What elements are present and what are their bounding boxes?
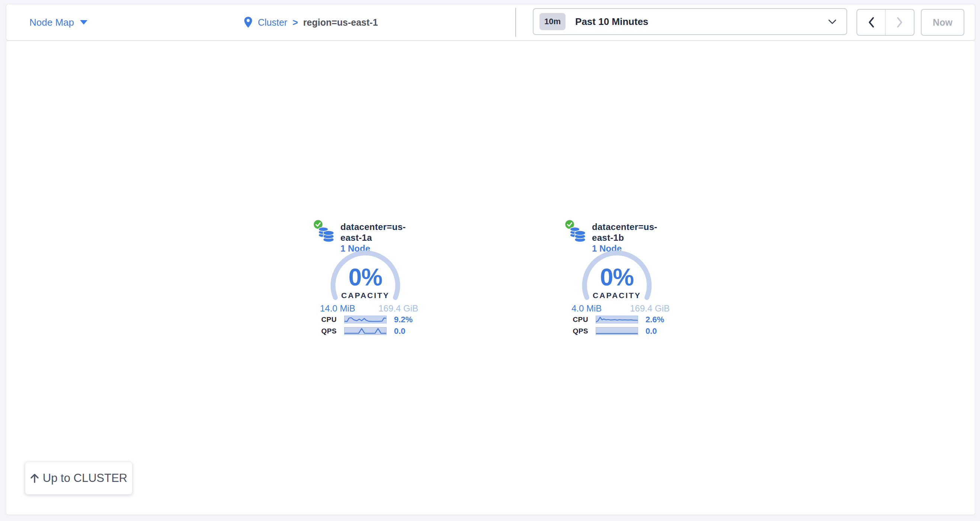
- database-stack-icon: [569, 226, 586, 244]
- datacenter-card-us-east-1b[interactable]: datacenter=us-east-1b 1 Node 0% CAPACITY…: [565, 218, 673, 346]
- time-range-badge: 10m: [539, 13, 566, 30]
- arrow-up-icon: [30, 473, 39, 483]
- qps-label: QPS: [313, 327, 337, 335]
- capacity-values: 14.0 MiB 169.4 GiB: [320, 303, 418, 314]
- time-step-back-button[interactable]: [857, 10, 886, 35]
- qps-label: QPS: [565, 327, 588, 335]
- qps-value: 0.0: [394, 327, 406, 336]
- cpu-sparkline: [596, 315, 638, 323]
- view-selector-dropdown[interactable]: Node Map: [29, 5, 88, 40]
- breadcrumb: Cluster > region=us-east-1: [244, 5, 378, 40]
- database-stack-icon: [318, 226, 335, 244]
- time-step-controls: [856, 9, 915, 36]
- cpu-label: CPU: [565, 315, 588, 324]
- qps-metric-row: QPS 0.0: [313, 327, 421, 335]
- capacity-used: 4.0 MiB: [571, 303, 601, 314]
- datacenter-title: datacenter=us-east-1b: [592, 221, 673, 243]
- cpu-sparkline: [344, 315, 387, 323]
- qps-sparkline: [344, 327, 387, 335]
- datacenter-card-us-east-1a[interactable]: datacenter=us-east-1a 1 Node 0% CAPACITY…: [313, 218, 421, 346]
- cpu-metric-row: CPU 9.2%: [313, 315, 421, 323]
- time-range-dropdown[interactable]: 10m Past 10 Minutes: [533, 8, 847, 35]
- breadcrumb-separator: >: [293, 17, 298, 28]
- capacity-label: CAPACITY: [580, 291, 654, 300]
- cpu-label: CPU: [313, 315, 337, 324]
- capacity-total: 169.4 GiB: [379, 303, 418, 314]
- capacity-label: CAPACITY: [328, 291, 402, 300]
- location-pin-icon: [244, 16, 253, 28]
- capacity-gauge: 0% CAPACITY: [580, 250, 654, 306]
- chevron-right-icon: [896, 17, 903, 28]
- datacenter-header: datacenter=us-east-1a 1 Node: [340, 221, 421, 254]
- qps-value: 0.0: [646, 327, 657, 336]
- time-range-label: Past 10 Minutes: [575, 16, 649, 27]
- now-button[interactable]: Now: [921, 9, 964, 36]
- capacity-values: 4.0 MiB 169.4 GiB: [571, 303, 670, 314]
- node-map-canvas: datacenter=us-east-1a 1 Node 0% CAPACITY…: [6, 41, 975, 515]
- chevron-left-icon: [868, 17, 875, 28]
- cpu-value: 9.2%: [394, 315, 413, 325]
- cpu-value: 2.6%: [646, 315, 664, 325]
- cpu-metric-row: CPU 2.6%: [565, 315, 673, 323]
- capacity-percent: 0%: [328, 263, 402, 291]
- up-to-cluster-label: Up to CLUSTER: [43, 472, 127, 485]
- node-map-page: Node Map Cluster > region=us-east-1 10m …: [0, 0, 980, 521]
- breadcrumb-cluster-link[interactable]: Cluster: [258, 17, 287, 28]
- time-step-forward-button[interactable]: [886, 10, 914, 35]
- caret-down-icon: [80, 20, 88, 25]
- qps-metric-row: QPS 0.0: [565, 327, 673, 335]
- metric-rows: CPU 9.2% QPS 0.0: [313, 315, 421, 339]
- view-selector-label: Node Map: [29, 17, 74, 28]
- chevron-down-icon: [828, 19, 837, 25]
- up-to-cluster-button[interactable]: Up to CLUSTER: [25, 462, 132, 495]
- datacenter-header: datacenter=us-east-1b 1 Node: [592, 221, 673, 254]
- breadcrumb-current-region: region=us-east-1: [303, 17, 378, 28]
- capacity-gauge: 0% CAPACITY: [328, 250, 402, 306]
- capacity-total: 169.4 GiB: [630, 303, 670, 314]
- capacity-used: 14.0 MiB: [320, 303, 355, 314]
- capacity-percent: 0%: [580, 263, 654, 291]
- qps-sparkline: [596, 327, 638, 335]
- header-divider: [515, 8, 516, 37]
- metric-rows: CPU 2.6% QPS 0.0: [565, 315, 673, 339]
- datacenter-title: datacenter=us-east-1a: [340, 221, 421, 243]
- top-bar: Node Map Cluster > region=us-east-1 10m …: [6, 5, 975, 40]
